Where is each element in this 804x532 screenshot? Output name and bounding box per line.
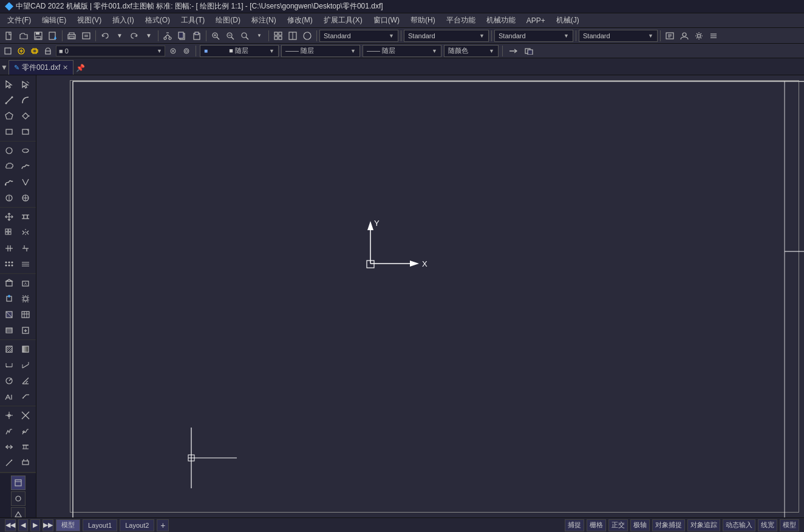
tool-fillet[interactable]	[18, 174, 33, 190]
tool-extra2[interactable]	[18, 423, 33, 439]
tool-spline2[interactable]	[1, 174, 17, 190]
otrack-btn[interactable]: 对象追踪	[687, 519, 720, 531]
menu-item-file[interactable]: 文件(F)	[2, 14, 36, 27]
menu-item-format[interactable]: 格式(O)	[140, 14, 175, 27]
match-prop-btn[interactable]	[506, 46, 520, 56]
tool-extra1[interactable]	[1, 423, 17, 439]
menu-item-window[interactable]: 窗口(W)	[369, 14, 404, 27]
preview-btn[interactable]	[80, 29, 93, 43]
save-btn[interactable]	[32, 29, 45, 43]
file-tab[interactable]: ✎ 零件001.dxf ✕	[9, 60, 73, 75]
layer-state-btn[interactable]	[2, 46, 13, 56]
layout2-tab[interactable]: Layout2	[120, 519, 154, 531]
tool-field[interactable]	[1, 322, 17, 338]
paste-btn[interactable]	[190, 29, 203, 43]
freeze-vp-btn[interactable]	[168, 46, 179, 56]
layout1-tab[interactable]: Layout1	[83, 519, 117, 531]
tool-dim-angle[interactable]	[18, 373, 33, 389]
tool-select[interactable]	[1, 77, 17, 92]
tool-move[interactable]	[1, 209, 17, 225]
tool-wipeout[interactable]	[1, 307, 17, 322]
tool-poly[interactable]	[1, 108, 17, 124]
tool-import[interactable]	[18, 322, 33, 338]
tool-extra4[interactable]	[18, 439, 33, 455]
style-dropdown-1[interactable]: Standard ▼	[319, 30, 398, 42]
canvas-area[interactable]: Y X	[36, 75, 804, 517]
freeze-btn[interactable]	[29, 46, 40, 56]
layout-prev-btn[interactable]: ◀	[18, 519, 28, 531]
tool-poly2[interactable]	[18, 108, 33, 124]
layout-last-btn[interactable]: ▶▶	[43, 519, 53, 531]
tool-extra3[interactable]	[1, 439, 17, 455]
layout-next-btn[interactable]: ▶	[30, 519, 40, 531]
menu-item-dimension[interactable]: 标注(N)	[247, 14, 281, 27]
panel-tab-3[interactable]	[11, 507, 26, 517]
tool-table[interactable]	[18, 307, 33, 322]
menu-item-draw[interactable]: 绘图(D)	[211, 14, 245, 27]
view-circle-btn[interactable]	[301, 29, 314, 43]
grid-btn[interactable]: 栅格	[587, 519, 606, 531]
linetype-dropdown-2[interactable]: —— 随层 ▼	[281, 45, 360, 57]
menu-item-extend[interactable]: 扩展工具(X)	[319, 14, 367, 27]
tool-snap1[interactable]	[1, 408, 17, 423]
add-layout-btn[interactable]: +	[157, 519, 169, 531]
tool-spline[interactable]	[18, 159, 33, 174]
tool-gradient[interactable]	[18, 341, 33, 357]
redo-arrow-btn[interactable]: ▼	[142, 29, 155, 43]
tool-extra6[interactable]	[18, 455, 33, 471]
undo-arrow-btn[interactable]: ▼	[113, 29, 126, 43]
panel-tab-1[interactable]	[11, 476, 26, 490]
style-dropdown-2[interactable]: Standard ▼	[404, 30, 489, 42]
zoom-extent-btn[interactable]	[209, 29, 222, 43]
lock-btn[interactable]	[43, 46, 53, 56]
lweight-btn[interactable]: 线宽	[758, 519, 777, 531]
cut-btn[interactable]	[161, 29, 174, 43]
tool-align[interactable]	[18, 209, 33, 225]
tool-xref[interactable]	[18, 291, 33, 307]
polar-btn[interactable]: 极轴	[630, 519, 650, 531]
layer-selector[interactable]: ■ 0 ▼	[56, 46, 165, 56]
model-tab[interactable]: 模型	[56, 519, 80, 531]
menu-item-platform[interactable]: 平台功能	[441, 14, 480, 27]
tool-rect2[interactable]	[18, 124, 33, 140]
account-btn[interactable]	[678, 29, 691, 43]
redo-btn[interactable]	[128, 29, 141, 43]
tool-snap2[interactable]	[18, 408, 33, 423]
menu-item-modify[interactable]: 修改(M)	[282, 14, 318, 27]
ortho-btn[interactable]: 正交	[608, 519, 628, 531]
tool-circle3[interactable]	[1, 190, 17, 206]
tool-dim-text[interactable]	[1, 389, 17, 404]
layer-props-btn[interactable]	[16, 46, 27, 56]
tool-dim-leader[interactable]	[18, 389, 33, 404]
new-btn[interactable]	[2, 29, 16, 43]
linetype-dropdown-3[interactable]: —— 随层 ▼	[363, 45, 441, 57]
menu-item-help[interactable]: 帮助(H)	[406, 14, 440, 27]
menu-item-edit[interactable]: 编辑(E)	[37, 14, 71, 27]
pin-tab-btn[interactable]: 📌	[73, 61, 87, 75]
tool-select-window[interactable]	[18, 77, 33, 92]
lock-vp-btn[interactable]	[181, 46, 192, 56]
tool-array[interactable]	[1, 225, 17, 240]
tool-attdef[interactable]: A	[18, 275, 33, 291]
tool-rect[interactable]	[1, 124, 17, 140]
properties-btn[interactable]	[663, 29, 676, 43]
menu-item-app[interactable]: APP+	[522, 15, 550, 26]
open-btn[interactable]	[17, 29, 30, 43]
tool-dim-radius[interactable]	[1, 373, 17, 389]
linetype-dropdown-1[interactable]: ■ ■ 随层 ▼	[200, 45, 279, 57]
color-dropdown[interactable]: 随颜色 ▼	[444, 45, 499, 57]
tool-insert[interactable]	[1, 291, 17, 307]
menu-item-mechfunc[interactable]: 机械功能	[482, 14, 520, 27]
tab-close-btn[interactable]: ✕	[63, 64, 68, 72]
tool-arc[interactable]	[18, 92, 33, 108]
tool-circle4[interactable]	[18, 190, 33, 206]
menu-item-insert[interactable]: 插入(I)	[107, 14, 138, 27]
tool-block[interactable]	[1, 275, 17, 291]
zoom-prev-btn[interactable]	[238, 29, 251, 43]
copy-btn[interactable]	[175, 29, 189, 43]
snap-btn[interactable]: 捕捉	[565, 519, 584, 531]
tab-list-btn[interactable]: ▼	[0, 60, 9, 75]
tool-extra5[interactable]	[1, 455, 17, 471]
menu-item-mech[interactable]: 机械(J)	[551, 14, 584, 27]
tool-line[interactable]	[1, 92, 17, 108]
